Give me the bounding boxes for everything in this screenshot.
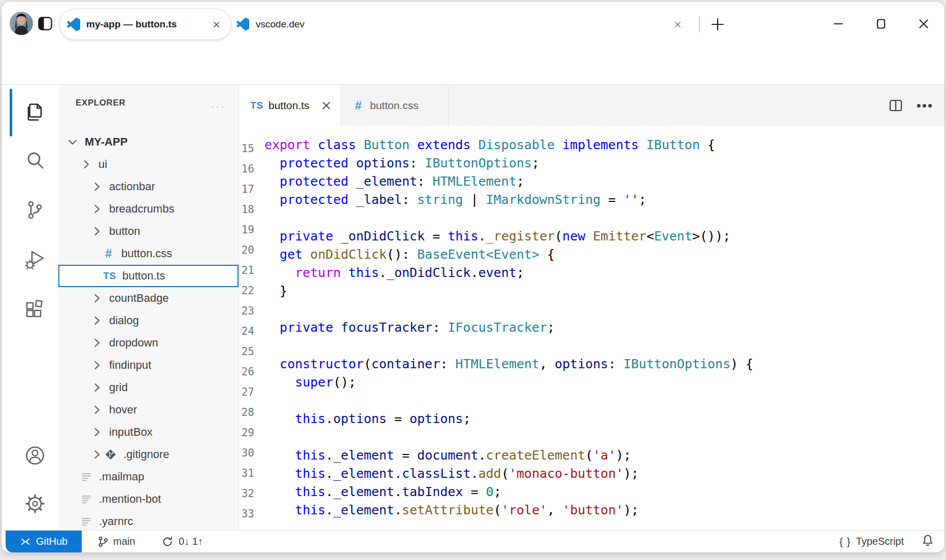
editor-tab-button.css[interactable]: #button.css [341,85,448,126]
code-line[interactable]: protected _element: HTMLElement; [264,172,944,191]
tree-item-mention-bot[interactable]: .mention-bot [58,488,239,510]
extensions-icon[interactable] [23,298,47,321]
search-view-icon[interactable] [23,149,47,172]
tree-item-label: grid [109,381,128,394]
tree-item-findinput[interactable]: findinput [58,354,239,376]
code-line[interactable]: protected options: IButtonOptions; [264,154,944,172]
editor-actions: ••• [888,85,933,126]
chevron-right-icon [91,359,103,371]
tree-item-gitignore[interactable]: .gitignore [58,443,239,466]
run-debug-icon[interactable] [23,248,47,271]
language-indicator[interactable]: { } TypeScript [839,536,904,548]
tree-item-button.css[interactable]: #button.css [58,242,239,265]
chevron-right-icon [91,203,103,215]
settings-gear-icon[interactable] [23,492,47,515]
editor-tab-bar: ••• TSbutton.ts#button.css [239,85,944,126]
code-line[interactable] [264,428,944,446]
line-number: 25 [240,341,254,362]
branch-name: main [113,536,135,547]
tree-item-button[interactable]: button [58,220,239,242]
line-number: 26 [240,362,254,382]
tab-actions-icon[interactable] [38,17,52,30]
code-line[interactable] [264,392,944,410]
line-number: 15 [240,138,254,159]
chevron-right-icon [91,404,103,416]
code-line[interactable]: this._element.tabIndex = 0; [264,483,944,501]
file-file-icon [80,470,93,483]
braces-icon: { } [839,536,851,548]
line-numbers: 15161718192021222324252627282930313233 [240,138,254,524]
tree-item-mailmap[interactable]: .mailmap [58,466,239,488]
tree-item-label: .mailmap [99,470,144,483]
browser-tab-active[interactable]: my-app — button.ts [59,9,231,40]
sync-counts: 0↓ 1↑ [179,536,203,547]
explorer-more-icon[interactable]: ··· [211,100,225,113]
tree-item-inputbox[interactable]: inputBox [58,421,239,443]
line-number: 27 [240,382,254,402]
chevron-right-icon [91,181,103,193]
tree-item-label: button [109,225,140,238]
browser-tab-inactive[interactable]: vscode.dev [233,9,680,40]
remote-indicator[interactable]: GitHub [6,531,82,552]
tab-close-icon[interactable] [209,17,224,32]
tree-item-hover[interactable]: hover [58,399,239,421]
code-line[interactable]: export class Button extends Disposable i… [264,136,944,154]
tree-item-actionbar[interactable]: actionbar [58,176,239,198]
browser-tab-title: my-app — button.ts [86,19,177,30]
editor-more-icon[interactable]: ••• [917,98,933,114]
tree-item-countbadge[interactable]: countBadge [58,287,239,309]
code-line[interactable] [264,337,944,355]
tree-item-breadcrumbs[interactable]: breadcrumbs [58,198,239,220]
chevron-right-icon [91,314,103,327]
minimize-button[interactable] [831,16,846,31]
activity-bar [2,85,58,530]
close-tab-icon[interactable] [321,100,332,111]
editor-tab-label: button.css [370,99,419,112]
maximize-button[interactable] [873,16,889,31]
code-line[interactable]: get onDidClick(): BaseEvent<Event> { [264,246,944,264]
tree-item-ui[interactable]: ui [58,153,239,176]
code-line[interactable] [264,209,944,227]
chevron-right-icon [91,225,103,237]
tree-item-dropdown[interactable]: dropdown [58,332,239,354]
account-icon[interactable] [23,444,47,467]
tree-item-button.ts[interactable]: TSbutton.ts [58,265,239,287]
profile-avatar[interactable] [10,12,33,35]
explorer-icon[interactable] [23,100,47,124]
code-line[interactable]: this._element.classList.add('monaco-butt… [264,465,944,483]
new-tab-button[interactable] [710,17,725,32]
code-line[interactable] [264,300,944,319]
code-line[interactable]: } [264,282,944,300]
code-line[interactable]: private _onDidClick = this._register(new… [264,227,944,246]
code-line[interactable]: this._element = document.createElement('… [264,446,944,465]
tree-item-my-app[interactable]: MY-APP [58,131,239,153]
explorer-header: EXPLORER ··· [58,85,239,120]
chevron-right-icon [80,158,92,170]
tree-item-label: button.ts [122,269,165,283]
split-editor-icon[interactable] [888,98,903,113]
tree-item-grid[interactable]: grid [58,376,239,399]
sync-indicator[interactable]: 0↓ 1↑ [161,531,203,552]
notifications-bell-icon[interactable] [921,534,934,549]
editor-tab-button.ts[interactable]: TSbutton.ts [239,85,341,126]
source-control-icon[interactable] [23,198,47,222]
tree-item-dialog[interactable]: dialog [58,309,239,332]
code-line[interactable]: constructor(container: HTMLElement, opti… [264,355,944,373]
ts-file-icon: TS [250,99,263,112]
chevron-right-icon [91,448,103,461]
close-window-button[interactable] [916,16,931,31]
code-line[interactable]: super(); [264,373,944,392]
branch-indicator[interactable]: main [97,531,135,552]
code-line[interactable]: private focusTracker: IFocusTracker; [264,319,944,337]
tree-item-yarnrc[interactable]: .yarnrc [58,510,239,530]
line-number: 29 [240,423,254,443]
code-line[interactable]: this.options = options; [264,410,944,428]
code-line[interactable]: this._element.setAttribute('role', 'butt… [264,501,944,519]
file-file-icon [80,515,93,528]
code-editor[interactable]: 15161718192021222324252627282930313233 e… [239,126,944,530]
tab-close-icon[interactable] [670,17,685,32]
code-line[interactable]: protected _label: string | IMarkdownStri… [264,191,944,209]
chevron-right-icon [91,426,103,438]
code-line[interactable]: return this._onDidClick.event; [264,264,944,282]
tree-item-label: hover [109,403,137,416]
